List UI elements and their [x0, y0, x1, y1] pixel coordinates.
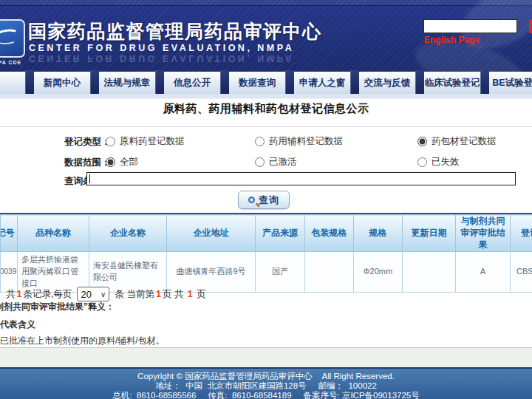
radio-excipient[interactable]: 药用辅料登记数据 [255, 135, 343, 148]
current-page: 1 [154, 289, 163, 299]
cell-reg-no: 00397 [1, 251, 18, 292]
nav-separator [155, 70, 164, 95]
reg-type-label: 登记类型： [64, 136, 111, 149]
col-update-date: 更新日期 [403, 215, 456, 252]
divider [0, 126, 532, 127]
radio-label: 已失效 [432, 156, 460, 168]
legend-item-approved: 已批准在上市制剂使用的原料/辅料/包材。 [0, 335, 532, 347]
nav-tab-regulations[interactable]: 法规与规章 [99, 72, 155, 94]
cell-company-address: 曲塘镇青年西路9号 [167, 251, 256, 292]
radio-raw-material[interactable]: 原料药登记数据 [106, 135, 185, 148]
radio-packaging[interactable]: 药包材登记数据 [417, 135, 497, 148]
radio-label: 已激活 [269, 156, 297, 168]
main-nav: 新闻中心 法规与规章 信息公开 数据查询 申请人之窗 交流与反馈 临床试验登记 … [0, 72, 532, 94]
radio-label: 原料药登记数据 [120, 135, 185, 148]
legend-header: 代表含义 [0, 318, 532, 331]
table-row[interactable]: 00397 多层共挤输液袋用聚丙烯双口管接口 海安县健民橡塑有限公司 曲塘镇青年… [1, 251, 532, 292]
cell-product-source: 国产 [256, 251, 305, 292]
nav-tab-feedback[interactable]: 交流与反馈 [359, 72, 415, 94]
cell-variety-name: 多层共挤输液袋用聚丙烯双口管接口 [18, 251, 89, 292]
radio-label: 药用辅料登记数据 [269, 135, 343, 148]
logo-caption: NMPA CDE [0, 60, 25, 65]
nav-separator [415, 70, 424, 95]
page-size-value: 20 [81, 289, 91, 300]
radio-scope-active[interactable]: 已激活 [255, 156, 297, 168]
radio-excipient-input[interactable] [255, 137, 265, 146]
radio-scope-invalid[interactable]: 已失效 [417, 156, 460, 168]
nav-tab-applicant[interactable]: 申请人之窗 [294, 72, 350, 94]
site-subtitle: CENTER FOR DRUG EVALUATION, NMPA [29, 43, 294, 53]
chevron-down-icon: ∨ [100, 290, 106, 299]
total-records: 1 [16, 289, 24, 299]
nav-tab-be-trial[interactable]: BE试验登记 [489, 72, 532, 94]
nav-tab-partial[interactable] [0, 72, 25, 94]
col-reg-status: 登记状态 [511, 215, 532, 252]
site-header: NMPA CDE 国家药品监督管理局药品审评中心 CENTER FOR DRUG… [0, 0, 532, 72]
col-product-source: 产品来源 [256, 215, 305, 252]
nav-tab-disclosure[interactable]: 信息公开 [164, 72, 220, 94]
pagination-text: 共 [6, 288, 16, 301]
radio-label: 药包材登记数据 [432, 135, 497, 148]
radio-label: 全部 [120, 156, 138, 168]
cell-reg-status: CBS10 [511, 251, 532, 292]
cell-joint-review-result: A [456, 251, 511, 292]
nav-separator [25, 70, 34, 95]
pagination-text: 页 [194, 288, 206, 301]
cde-logo [0, 19, 25, 58]
cell-company-name: 海安县健民橡塑有限公司 [89, 251, 167, 292]
pagination-text: 条 当前第 [115, 288, 154, 301]
scope-label: 数据范围： [64, 157, 111, 169]
radio-raw-material-input[interactable] [106, 137, 115, 146]
cell-update-date [403, 251, 456, 292]
pagination-text: 条记录,每页 [23, 288, 72, 301]
table-header-row: 登记号 品种名称 企业名称 企业地址 产品来源 包装规格 规格 更新日期 与制剂… [1, 215, 532, 252]
nav-separator [285, 70, 294, 95]
english-page-link[interactable]: English Page [424, 35, 480, 45]
col-packaging-spec: 包装规格 [305, 215, 354, 252]
nav-tab-clinical-trial[interactable]: 临床试验登记 [424, 72, 480, 94]
col-company-name: 企业名称 [89, 215, 167, 252]
header-search-input[interactable] [423, 19, 517, 33]
radio-scope-active-input[interactable] [255, 157, 265, 167]
col-reg-no: 登记号 [1, 215, 18, 252]
bottom-spacer [0, 348, 532, 367]
nav-separator [90, 70, 99, 95]
nav-bottom-strip [0, 94, 532, 99]
radio-scope-all[interactable]: 全部 [106, 156, 138, 168]
page-title: 原料药、药用辅料和药包材登记信息公示 [0, 102, 532, 116]
search-button[interactable]: 查询 [238, 191, 290, 209]
header-top-strip [0, 0, 532, 6]
radio-scope-invalid-input[interactable] [417, 157, 427, 167]
footer-copyright: Copyright © 国家药品监督管理局药品审评中心 All Right Re… [0, 372, 532, 381]
nav-separator [220, 70, 229, 95]
footer-contact: 总机: 8610-68585566 传真: 8610-68584189 备案序号… [0, 391, 532, 399]
site-title: 国家药品监督管理局药品审评中心 [28, 19, 322, 44]
col-variety-name: 品种名称 [18, 215, 89, 252]
pagination-text: 页 共 [163, 288, 186, 301]
site-subtitle-reflection: CENTER FOR DRUG EVALUATION, NMPA [29, 53, 294, 64]
pagination: 共 1 条记录,每页 20 ∨ 条 当前第 1 页 共 1 页 [6, 287, 206, 301]
cell-packaging-spec [305, 251, 354, 292]
nav-tab-news[interactable]: 新闻中心 [34, 72, 90, 94]
nav-tab-data-query[interactable]: 数据查询 [229, 72, 285, 94]
query-condition-input[interactable] [86, 172, 516, 185]
nav-separator [350, 70, 359, 95]
col-company-address: 企业地址 [167, 215, 256, 252]
results-table: 登记号 品种名称 企业名称 企业地址 产品来源 包装规格 规格 更新日期 与制剂… [0, 214, 532, 293]
search-button-label: 查询 [259, 194, 279, 207]
total-pages: 1 [186, 289, 194, 299]
search-icon [248, 197, 255, 203]
site-footer: Copyright © 国家药品监督管理局药品审评中心 All Right Re… [0, 367, 532, 399]
radio-packaging-input[interactable] [417, 137, 427, 146]
radio-scope-all-input[interactable] [106, 157, 115, 167]
col-spec: 规格 [354, 215, 403, 252]
col-joint-review-result: 与制剂共同审评审批结果 [456, 215, 511, 252]
nav-separator [480, 70, 489, 95]
page-size-select[interactable]: 20 ∨ [77, 287, 109, 301]
header-search-button-partial[interactable] [529, 19, 532, 33]
text-caret [89, 174, 90, 183]
cell-spec: Φ20mm [354, 251, 403, 292]
footer-address: 地址： 中国 北京市朝阳区建国路128号 邮编： 100022 [0, 381, 532, 391]
legend-title: 制剂共同审评审批结果”释义： [0, 301, 532, 313]
